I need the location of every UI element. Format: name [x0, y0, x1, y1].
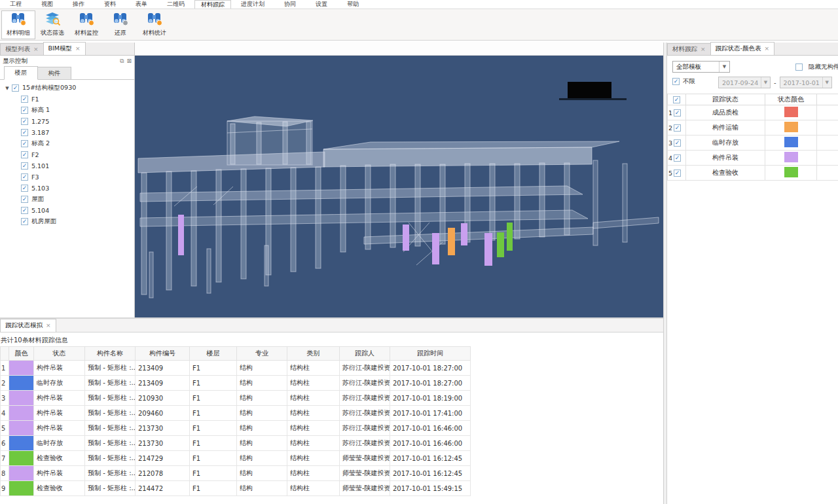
close-icon[interactable]: ×	[75, 46, 81, 52]
table-row[interactable]: 4构件吊装预制 - 矩形柱 :...209460F1结构结构柱苏衍江-陕建投资2…	[1, 406, 471, 421]
menu-item-8[interactable]: 协同	[274, 0, 306, 9]
tab-material-tracking[interactable]: 材料跟踪 ×	[667, 43, 711, 55]
unlimited-checkbox[interactable]	[672, 78, 680, 85]
tab-material-tracking-label: 材料跟踪	[672, 45, 697, 54]
tree-item-checkbox[interactable]	[21, 118, 28, 125]
tool-button-material-stats[interactable]: 材料统计	[137, 10, 172, 39]
color-table-row[interactable]: 5检查验收	[668, 166, 838, 181]
date-separator: -	[774, 79, 776, 86]
tree-item-9[interactable]: 屋面	[0, 194, 134, 205]
col-header-6: 类别	[287, 347, 340, 361]
row-number-cell: 5	[1, 421, 9, 436]
tracking-table-body: 1构件吊装预制 - 矩形柱 :...213409F1结构结构柱苏衍江-陕建投资2…	[1, 361, 471, 496]
menu-item-6[interactable]: 材料跟踪	[194, 0, 231, 9]
color-table-row[interactable]: 4构件吊装	[668, 151, 838, 166]
tab-status-color-table[interactable]: 跟踪状态-颜色表 ×	[710, 42, 774, 55]
tree-item-checkbox[interactable]	[21, 162, 28, 170]
row-checkbox[interactable]	[674, 154, 681, 162]
tool-button-status-filter[interactable]: 状态筛选	[35, 10, 69, 39]
display-control-title: 显示控制	[3, 57, 27, 65]
close-icon[interactable]: ×	[764, 46, 769, 52]
menu-item-4[interactable]: 表单	[126, 0, 157, 9]
color-table-row[interactable]: 3临时存放	[668, 135, 838, 151]
color-table-row[interactable]: 1成品质检	[668, 105, 838, 120]
floor-cell: F1	[190, 481, 237, 496]
tree-root-checkbox[interactable]	[12, 84, 19, 92]
menu-item-5[interactable]: 二维码	[157, 0, 194, 9]
tree-root[interactable]: ▼ 15#结构模型0930	[0, 82, 134, 94]
status-color-cell	[9, 481, 34, 496]
close-panel-icon[interactable]: ⊠	[126, 58, 132, 65]
date-from-picker[interactable]: 2017-09-24 ▼	[718, 77, 771, 88]
tree-item-3[interactable]: 3.187	[0, 127, 134, 138]
tool-button-material-detail[interactable]: 材料明细	[1, 10, 35, 39]
tab-bim-model[interactable]: BIM模型 ×	[43, 42, 86, 55]
menu-item-10[interactable]: 帮助	[337, 0, 369, 9]
select-all-checkbox[interactable]	[673, 96, 680, 103]
component-id-cell: 214729	[136, 451, 190, 466]
tree-item-10[interactable]: 5.104	[0, 205, 134, 216]
menu-item-9[interactable]: 设置	[306, 0, 337, 9]
chevron-down-icon[interactable]: ▼	[3, 86, 12, 91]
table-row[interactable]: 3构件吊装预制 - 矩形柱 :...210930F1结构结构柱苏衍江-陕建投资2…	[1, 391, 471, 406]
tab-tracking-simulation[interactable]: 跟踪状态模拟 ×	[0, 319, 56, 332]
row-checkbox[interactable]	[674, 124, 681, 132]
tracker-cell: 师莹莹-陕建投资	[340, 481, 390, 496]
tree-item-checkbox[interactable]	[21, 151, 28, 158]
menu-item-7[interactable]: 进度计划	[231, 0, 274, 9]
close-icon[interactable]: ×	[46, 323, 51, 329]
tree-item-2[interactable]: 1.275	[0, 116, 134, 127]
menu-item-3[interactable]: 资料	[94, 0, 126, 9]
tab-model-list[interactable]: 模型列表 ×	[0, 43, 44, 55]
color-swatch	[784, 137, 798, 147]
float-window-icon[interactable]: ⧉	[120, 58, 124, 65]
status-name-cell: 检查验收	[686, 166, 765, 181]
tree-item-checkbox[interactable]	[21, 173, 28, 181]
table-row[interactable]: 6临时存放预制 - 矩形柱 :...213730F1结构结构柱苏衍江-陕建投资2…	[1, 436, 471, 451]
tree-item-checkbox[interactable]	[21, 140, 28, 147]
menu-item-1[interactable]: 视图	[31, 0, 63, 9]
tree-item-checkbox[interactable]	[21, 107, 28, 114]
tree-item-1[interactable]: 标高 1	[0, 105, 134, 116]
tree-item-5[interactable]: F2	[0, 149, 134, 160]
menu-item-2[interactable]: 操作	[63, 0, 94, 9]
model-tree: ▼ 15#结构模型0930 F1标高 11.2753.187标高 2F25.10…	[0, 80, 134, 227]
status-cell: 构件吊装	[34, 391, 85, 406]
table-row[interactable]: 2临时存放预制 - 矩形柱 :...213409F1结构结构柱苏衍江-陕建投资2…	[1, 376, 471, 391]
table-row[interactable]: 8构件吊装预制 - 矩形柱 :...212078F1结构结构柱师莹莹-陕建投资2…	[1, 466, 471, 481]
tool-button-restore[interactable]: 还原	[103, 10, 137, 39]
close-icon[interactable]: ×	[701, 46, 706, 52]
tree-item-checkbox[interactable]	[21, 196, 28, 203]
tree-item-11[interactable]: 机房屋面	[0, 216, 134, 227]
menu-item-0[interactable]: 工程	[0, 0, 31, 9]
tree-item-checkbox[interactable]	[21, 129, 28, 136]
tree-item-7[interactable]: F3	[0, 171, 134, 183]
table-row[interactable]: 5构件吊装预制 - 矩形柱 :...213730F1结构结构柱苏衍江-陕建投资2…	[1, 421, 471, 436]
subtab-floors[interactable]: 楼层	[4, 66, 38, 80]
display-subtabs: 楼层 构件	[0, 66, 134, 80]
template-dropdown[interactable]: 全部模板 ▼	[672, 61, 730, 73]
tree-item-6[interactable]: 5.101	[0, 160, 134, 171]
hide-empty-checkbox[interactable]	[795, 63, 803, 71]
tree-item-0[interactable]: F1	[0, 94, 134, 105]
tree-item-4[interactable]: 标高 2	[0, 138, 134, 149]
tree-item-checkbox[interactable]	[21, 96, 28, 103]
table-row[interactable]: 7检查验收预制 - 矩形柱 :...214729F1结构结构柱师莹莹-陕建投资2…	[1, 451, 471, 466]
table-row[interactable]: 9检查验收预制 - 矩形柱 :...214472F1结构结构柱师莹莹-陕建投资2…	[1, 481, 471, 496]
tree-item-checkbox[interactable]	[21, 207, 28, 214]
date-to-picker[interactable]: 2017-10-01 ▼	[780, 77, 832, 88]
tree-item-checkbox[interactable]	[21, 218, 28, 225]
table-row[interactable]: 1构件吊装预制 - 矩形柱 :...213409F1结构结构柱苏衍江-陕建投资2…	[1, 361, 471, 376]
left-panel-tabbar: 模型列表 × BIM模型 ×	[0, 43, 134, 56]
row-checkbox[interactable]	[674, 170, 681, 177]
tool-button-material-monitor[interactable]: 材料监控	[69, 10, 103, 39]
color-table-row[interactable]: 2构件运输	[668, 120, 838, 135]
close-icon[interactable]: ×	[33, 46, 39, 52]
row-checkbox[interactable]	[674, 109, 681, 117]
tree-item-checkbox[interactable]	[21, 185, 28, 192]
tree-item-8[interactable]: 5.103	[0, 183, 134, 194]
col-header-2: 构件名称	[85, 347, 136, 361]
row-checkbox[interactable]	[674, 139, 681, 147]
subtab-components[interactable]: 构件	[37, 67, 71, 79]
3d-viewport[interactable]	[135, 56, 663, 317]
